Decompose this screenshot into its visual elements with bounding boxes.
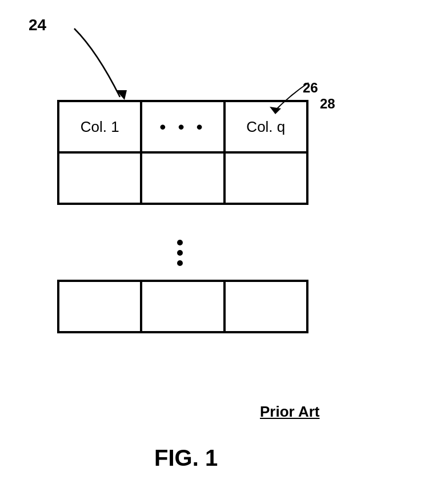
bottom-table: [57, 280, 308, 333]
cell-r1c1: Col. 1: [58, 101, 141, 152]
figure-label: FIG. 1: [154, 445, 218, 471]
vertical-dots: [177, 240, 183, 266]
arrow-24-icon: [40, 17, 143, 108]
prior-art-label: Prior Art: [260, 403, 320, 421]
ref-label-28: 28: [320, 96, 335, 112]
bottom-cell-c2: [141, 281, 224, 332]
dot-3: [177, 260, 183, 266]
cell-r1c2: • • •: [141, 101, 224, 152]
bottom-cell-c3: [224, 281, 307, 332]
page-container: 24 26 28 Col. 1 • • • Col. q Prior Art: [0, 0, 441, 504]
cell-r2c1: [58, 152, 141, 204]
dot-2: [177, 250, 183, 256]
bottom-cell-c1: [58, 281, 141, 332]
svg-marker-0: [116, 90, 127, 100]
cell-r1c3: Col. q: [224, 101, 307, 152]
cell-r2c2: [141, 152, 224, 204]
cell-r2c3: [224, 152, 307, 204]
dot-1: [177, 240, 183, 245]
top-table: Col. 1 • • • Col. q: [57, 100, 308, 205]
